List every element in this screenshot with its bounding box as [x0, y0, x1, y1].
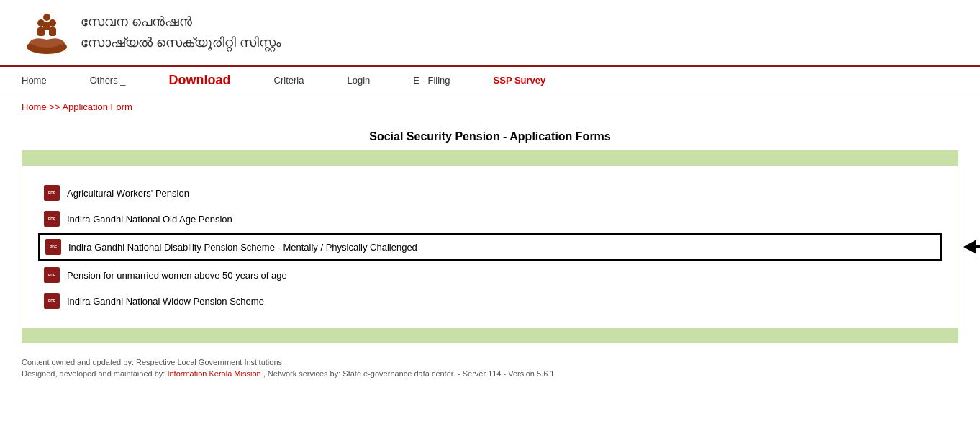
- nav-efiling[interactable]: E - Filing: [413, 75, 450, 86]
- content-inner: Agricultural Workers' Pension Indira Gan…: [22, 166, 958, 328]
- nav-ssp[interactable]: SSP Survey: [494, 75, 546, 86]
- footer: Content owned and updated by: Respective…: [0, 343, 980, 388]
- list-item-highlighted: Indira Gandhi National Disability Pensio…: [38, 233, 942, 261]
- pdf-icon: [44, 267, 60, 283]
- list-item: Indira Gandhi National Old Age Pension: [44, 206, 936, 232]
- nav-criteria[interactable]: Criteria: [274, 75, 304, 86]
- nav-download[interactable]: Download: [169, 73, 231, 88]
- arrow-annotation: [963, 240, 980, 254]
- arrow-head: [963, 240, 976, 254]
- site-header: സേവന പെൻഷൻ സോഷ്യൽ സെക്യൂരിറ്റി സിസ്റ്റം: [0, 0, 980, 67]
- pension-link-igndps[interactable]: Indira Gandhi National Disability Pensio…: [68, 242, 417, 253]
- logo-icon: [22, 7, 72, 58]
- footer-link-ikm[interactable]: Information Kerala Mission: [167, 369, 260, 378]
- breadcrumb-home[interactable]: Home: [22, 102, 47, 112]
- pension-link-ignoap[interactable]: Indira Gandhi National Old Age Pension: [67, 214, 232, 225]
- pdf-icon: [44, 293, 60, 309]
- breadcrumb: Home >> Application Form: [0, 94, 980, 119]
- main-nav: Home Others _ Download Criteria Login E …: [0, 67, 980, 94]
- pdf-icon: [44, 185, 60, 201]
- nav-login[interactable]: Login: [347, 75, 370, 86]
- pdf-icon: [45, 239, 61, 255]
- list-item: Indira Gandhi National Widow Pension Sch…: [44, 288, 936, 314]
- breadcrumb-current[interactable]: Application Form: [62, 102, 132, 112]
- footer-line1: Content owned and updated by: Respective…: [22, 358, 958, 366]
- list-item: Pension for unmarried women above 50 yea…: [44, 262, 936, 288]
- pension-link-widow[interactable]: Indira Gandhi National Widow Pension Sch…: [67, 296, 264, 307]
- footer-line2: Designed, developed and maintained by: I…: [22, 369, 958, 378]
- arrow-body: [976, 245, 980, 248]
- pension-link-unmarried[interactable]: Pension for unmarried women above 50 yea…: [67, 270, 287, 281]
- svg-point-5: [43, 14, 50, 21]
- content-bottom-bar: [22, 328, 958, 343]
- logo-text: സേവന പെൻഷൻ സോഷ്യൽ സെക്യൂരിറ്റി സിസ്റ്റം: [81, 12, 281, 53]
- content-wrapper: Agricultural Workers' Pension Indira Gan…: [22, 150, 958, 343]
- pdf-icon: [44, 211, 60, 227]
- nav-home[interactable]: Home: [22, 75, 47, 86]
- page-title: Social Security Pension - Application Fo…: [0, 119, 980, 150]
- svg-rect-6: [43, 22, 50, 30]
- content-top-bar: [22, 151, 958, 166]
- nav-others[interactable]: Others _: [90, 75, 126, 86]
- pension-link-agri[interactable]: Agricultural Workers' Pension: [67, 188, 189, 199]
- list-item: Agricultural Workers' Pension: [44, 180, 936, 206]
- logo-area: സേവന പെൻഷൻ സോഷ്യൽ സെക്യൂരിറ്റി സിസ്റ്റം: [22, 7, 281, 58]
- pension-list: Agricultural Workers' Pension Indira Gan…: [44, 180, 936, 314]
